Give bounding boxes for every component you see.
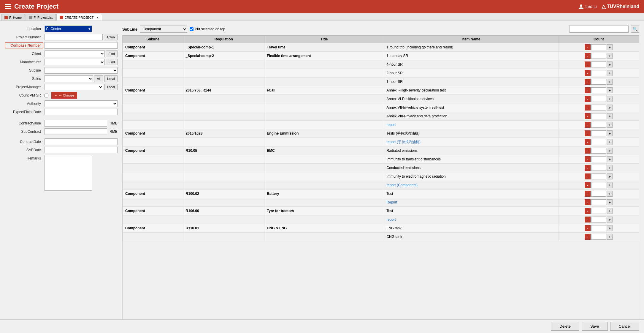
count-minus-button[interactable]: - [585, 199, 591, 205]
compass-number-input[interactable] [45, 42, 118, 49]
project-number-actua-button[interactable]: Actua [104, 34, 118, 40]
project-manager-select[interactable] [45, 84, 103, 90]
count-plus-button[interactable]: + [607, 139, 613, 145]
manufacturer-find-button[interactable]: Find [106, 59, 118, 65]
count-input[interactable] [591, 122, 606, 128]
count-minus-button[interactable]: - [585, 113, 591, 119]
manufacturer-select[interactable] [45, 59, 105, 65]
count-minus-button[interactable]: - [585, 156, 591, 162]
count-plus-button[interactable]: + [607, 70, 613, 76]
count-minus-button[interactable]: - [585, 61, 591, 67]
count-plus-button[interactable]: + [607, 79, 613, 85]
cell-item-name[interactable]: report [384, 215, 559, 224]
count-plus-button[interactable]: + [607, 113, 613, 119]
count-plus-button[interactable]: + [607, 61, 613, 67]
count-plus-button[interactable]: + [607, 165, 613, 171]
count-input[interactable] [591, 191, 606, 197]
cell-item-name[interactable]: report (手持式汽油机) [384, 138, 559, 146]
count-plus-button[interactable]: + [607, 87, 613, 93]
search-button[interactable]: 🔍 [631, 26, 639, 33]
sales-all-button[interactable]: All [94, 75, 103, 82]
count-minus-button[interactable]: - [585, 105, 591, 111]
sap-date-input[interactable] [45, 147, 118, 153]
close-tab-icon[interactable]: × [97, 15, 99, 20]
client-find-button[interactable]: Find [106, 50, 118, 57]
count-input[interactable] [591, 61, 606, 67]
count-input[interactable] [591, 130, 606, 136]
count-plus-button[interactable]: + [607, 234, 613, 240]
count-input[interactable] [591, 148, 606, 154]
count-minus-button[interactable]: - [585, 173, 591, 179]
count-minus-button[interactable]: - [585, 234, 591, 240]
count-plus-button[interactable]: + [607, 44, 613, 50]
cell-item-name[interactable]: report (Component) [384, 181, 559, 190]
count-input[interactable] [591, 70, 606, 76]
sales-local-button[interactable]: Local [104, 75, 118, 82]
count-input[interactable] [591, 105, 606, 111]
location-input[interactable] [45, 26, 92, 32]
count-input[interactable] [591, 139, 606, 145]
count-input[interactable] [591, 96, 606, 102]
count-minus-button[interactable]: - [585, 208, 591, 214]
count-input[interactable] [591, 173, 606, 179]
count-plus-button[interactable]: + [607, 225, 613, 231]
project-number-input[interactable] [45, 34, 103, 40]
count-plus-button[interactable]: + [607, 182, 613, 188]
count-input[interactable] [591, 44, 606, 50]
cancel-button[interactable]: Cancel [610, 322, 639, 325]
count-minus-button[interactable]: - [585, 122, 591, 128]
tab-f-home[interactable]: F_Home [1, 14, 25, 20]
count-minus-button[interactable]: - [585, 165, 591, 171]
save-button[interactable]: Save [582, 322, 608, 325]
cell-item-name[interactable]: report [384, 121, 559, 129]
count-minus-button[interactable]: - [585, 44, 591, 50]
count-input[interactable] [591, 156, 606, 162]
count-input[interactable] [591, 208, 606, 214]
count-input[interactable] [591, 79, 606, 85]
search-input[interactable] [569, 26, 629, 33]
count-minus-button[interactable]: - [585, 53, 591, 59]
count-plus-button[interactable]: + [607, 148, 613, 154]
count-pm-sr-checkbox[interactable] [45, 94, 48, 97]
count-input[interactable] [591, 113, 606, 119]
count-input[interactable] [591, 199, 606, 205]
count-input[interactable] [591, 87, 606, 93]
count-plus-button[interactable]: + [607, 199, 613, 205]
choose-button[interactable]: ← ← Choose [51, 92, 77, 99]
tab-create-project[interactable]: CREATE PROJECT × [56, 14, 102, 20]
contract-date-input[interactable] [45, 138, 118, 145]
sales-select[interactable] [45, 75, 93, 82]
count-plus-button[interactable]: + [607, 122, 613, 128]
count-minus-button[interactable]: - [585, 191, 591, 197]
count-input[interactable] [591, 53, 606, 59]
remarks-textarea[interactable] [45, 155, 92, 191]
expect-finish-date-input[interactable] [45, 109, 118, 115]
delete-button[interactable]: Delete [551, 322, 579, 325]
tab-f-projectlist[interactable]: F_ProjectList [26, 14, 56, 20]
count-plus-button[interactable]: + [607, 191, 613, 197]
count-input[interactable] [591, 217, 606, 222]
count-minus-button[interactable]: - [585, 148, 591, 154]
count-minus-button[interactable]: - [585, 217, 591, 222]
subline-header-select[interactable]: Component [140, 26, 187, 33]
count-minus-button[interactable]: - [585, 130, 591, 136]
put-selected-on-top-checkbox[interactable] [190, 27, 193, 31]
count-input[interactable] [591, 165, 606, 171]
sub-contract-input[interactable] [45, 128, 107, 135]
count-plus-button[interactable]: + [607, 208, 613, 214]
subline-select[interactable] [45, 67, 118, 74]
location-dropdown-icon[interactable]: ▼ [88, 27, 91, 31]
client-select[interactable] [45, 50, 105, 57]
cell-item-name[interactable]: Report [384, 198, 559, 207]
count-plus-button[interactable]: + [607, 217, 613, 222]
count-input[interactable] [591, 225, 606, 231]
authority-select[interactable] [45, 100, 118, 107]
count-plus-button[interactable]: + [607, 105, 613, 111]
count-minus-button[interactable]: - [585, 225, 591, 231]
contract-value-input[interactable] [45, 120, 107, 127]
count-plus-button[interactable]: + [607, 156, 613, 162]
count-minus-button[interactable]: - [585, 87, 591, 93]
pm-local-button[interactable]: Local [104, 84, 118, 90]
count-plus-button[interactable]: + [607, 173, 613, 179]
count-plus-button[interactable]: + [607, 96, 613, 102]
